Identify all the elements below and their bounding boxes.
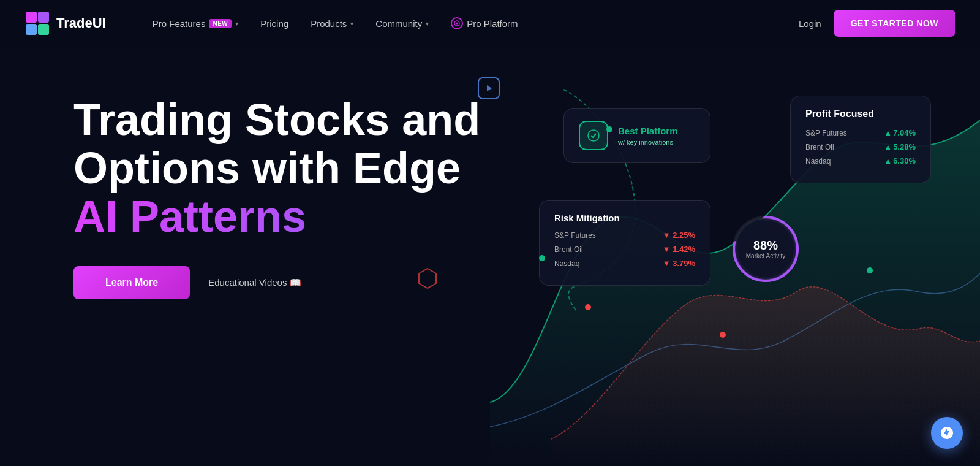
svg-rect-1 <box>38 12 49 23</box>
svg-point-5 <box>456 23 458 25</box>
svg-point-8 <box>588 130 599 141</box>
hero-title: Trading Stocks and Options with Edge AI … <box>74 96 480 242</box>
logo[interactable]: TradeUI <box>24 10 106 36</box>
pro-features-badge: NEW <box>209 19 232 28</box>
profit-focused-card: Profit Focused S&P Futures ▲7.04% Brent … <box>790 96 931 183</box>
table-row: S&P Futures ▲7.04% <box>805 128 916 137</box>
nav-products[interactable]: Products ▾ <box>301 13 363 34</box>
dot-accent <box>867 267 873 273</box>
svg-rect-0 <box>26 12 37 23</box>
educational-videos-button[interactable]: Educational Videos 📖 <box>208 277 301 288</box>
chevron-down-icon: ▾ <box>350 20 353 27</box>
table-row: Brent Oil ▼ 1.42% <box>554 245 695 254</box>
chevron-down-icon: ▾ <box>235 20 238 27</box>
hero-gradient-text: AI Patterns <box>74 192 306 241</box>
chat-button[interactable] <box>931 417 963 449</box>
check-icon <box>579 121 608 150</box>
play-icon <box>478 77 500 99</box>
chevron-down-icon: ▾ <box>426 20 429 27</box>
dot-accent <box>606 126 612 132</box>
logo-label: TradeUI <box>56 15 106 31</box>
nav-links: Pro Features NEW ▾ Pricing Products ▾ Co… <box>143 12 786 34</box>
pro-platform-icon <box>451 17 463 29</box>
dot-accent <box>539 255 545 261</box>
best-platform-info: Best Platform w/ key innovations <box>618 125 678 146</box>
nav-pro-features[interactable]: Pro Features NEW ▾ <box>143 13 249 34</box>
get-started-button[interactable]: GET STARTED NOW <box>834 10 956 37</box>
svg-rect-2 <box>26 24 37 35</box>
hero-content: Trading Stocks and Options with Edge AI … <box>74 96 480 299</box>
nav-pricing[interactable]: Pricing <box>251 13 298 34</box>
risk-mitigation-card: Risk Mitigation S&P Futures ▼ 2.25% Bren… <box>539 200 710 286</box>
dot-accent <box>585 304 591 310</box>
best-platform-card: Best Platform w/ key innovations <box>564 108 710 163</box>
table-row: S&P Futures ▼ 2.25% <box>554 231 695 240</box>
svg-rect-3 <box>38 24 49 35</box>
table-row: Nasdaq ▲6.30% <box>805 156 916 166</box>
hero-section: Trading Stocks and Options with Edge AI … <box>0 47 980 466</box>
table-row: Brent Oil ▲5.28% <box>805 142 916 151</box>
market-activity-card: 88% Market Activity <box>735 218 796 280</box>
learn-more-button[interactable]: Learn More <box>74 266 190 299</box>
navbar: TradeUI Pro Features NEW ▾ Pricing Produ… <box>0 0 980 47</box>
dot-accent <box>720 332 726 338</box>
svg-marker-6 <box>487 85 492 91</box>
table-row: Nasdaq ▼ 3.79% <box>554 259 695 268</box>
hero-buttons: Learn More Educational Videos 📖 <box>74 266 480 299</box>
nav-pro-platform[interactable]: Pro Platform <box>441 12 527 34</box>
nav-login[interactable]: Login <box>786 13 834 34</box>
nav-community[interactable]: Community ▾ <box>366 13 439 34</box>
